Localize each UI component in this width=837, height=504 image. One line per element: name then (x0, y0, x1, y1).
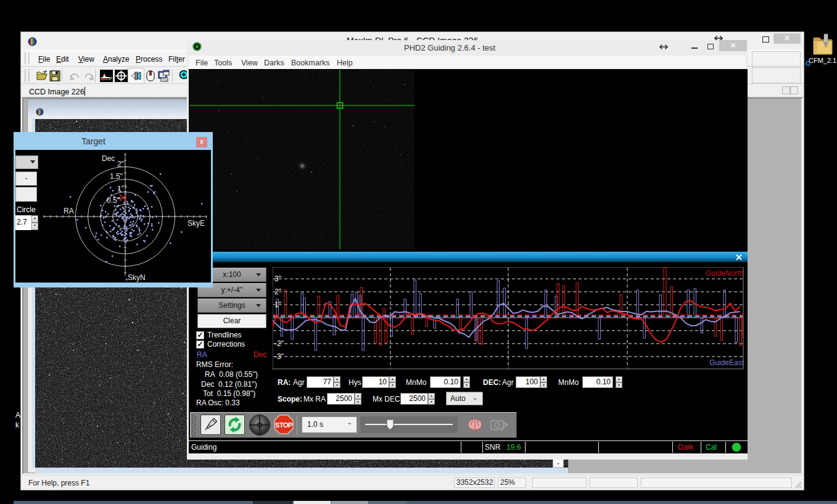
svg-text:1": 1" (274, 300, 281, 309)
svg-text:1.5": 1.5" (110, 172, 123, 181)
svg-text:0.5": 0.5" (107, 196, 120, 205)
svg-text:3": 3" (274, 275, 281, 283)
svg-text:-3": -3" (274, 352, 284, 361)
svg-text:2": 2" (117, 160, 124, 168)
svg-text:-2": -2" (274, 339, 284, 348)
svg-text:1": 1" (117, 184, 124, 193)
svg-text:RA: RA (64, 207, 74, 215)
svg-text:GuideEast: GuideEast (709, 358, 744, 367)
svg-text:2": 2" (274, 287, 281, 296)
svg-text:SkyN: SkyN (128, 273, 146, 282)
svg-text:SkyE: SkyE (188, 219, 205, 228)
svg-text:GuideNorth: GuideNorth (706, 269, 743, 278)
svg-text:Dec: Dec (102, 154, 115, 163)
svg-text:STOP: STOP (275, 421, 292, 429)
